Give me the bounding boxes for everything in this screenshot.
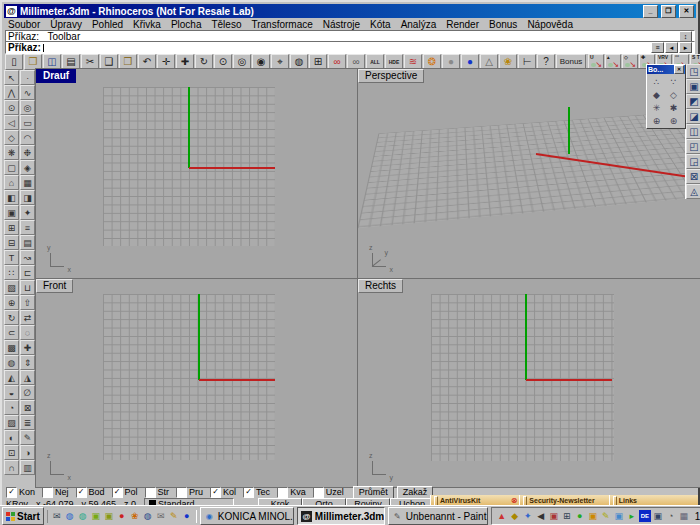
tool-button[interactable]: ◑ <box>20 445 35 460</box>
tray-icon[interactable]: ◀ <box>535 510 547 522</box>
quick-launch-icon[interactable]: ● <box>181 510 193 523</box>
osnap-toggle[interactable]: Bod <box>76 487 105 498</box>
close-button[interactable]: ✕ <box>679 5 694 18</box>
menu-item[interactable]: Křivka <box>129 19 165 30</box>
palette-tool-button[interactable]: ✱ <box>665 101 682 114</box>
palette-tool-button[interactable]: ◇ <box>665 88 682 101</box>
menu-item[interactable]: Nástroje <box>319 19 364 30</box>
solid-tool-button[interactable]: ◳ <box>686 64 700 79</box>
solid-tool-button[interactable]: ⊠ <box>686 169 700 184</box>
tool-button[interactable]: ▦ <box>20 175 35 190</box>
osnap-toggle[interactable]: Pru <box>176 487 203 498</box>
tool-button[interactable]: ◔ <box>4 400 19 415</box>
osnap-toggle[interactable]: Nej <box>42 487 69 498</box>
checkbox[interactable] <box>243 487 254 498</box>
tool-button[interactable]: ◮ <box>20 370 35 385</box>
command-prompt-row[interactable]: Příkaz: ≡◂▸ <box>5 41 695 54</box>
tray-icon[interactable]: ▣ <box>652 510 664 522</box>
tool-button[interactable]: ▥ <box>20 460 35 475</box>
tool-button[interactable]: ⊂ <box>4 325 19 340</box>
tool-button[interactable]: ⊕ <box>4 295 19 310</box>
checkbox[interactable] <box>76 487 87 498</box>
tool-button[interactable]: ≡ <box>20 220 35 235</box>
tool-button[interactable]: ◠ <box>20 130 35 145</box>
tool-button[interactable]: ↖ <box>4 70 19 85</box>
restore-button[interactable]: ❐ <box>661 5 676 18</box>
tool-button[interactable]: ▭ <box>20 115 35 130</box>
task-button[interactable]: ✎ Unbenannt - Paint <box>388 507 488 525</box>
viewport-rechts[interactable]: Rechts z y <box>357 278 700 488</box>
band-grip-handle[interactable] <box>523 496 527 506</box>
tool-button[interactable]: ⊏ <box>20 265 35 280</box>
solid-tool-button[interactable]: ◲ <box>686 154 700 169</box>
menu-item[interactable]: Pohled <box>88 19 127 30</box>
quick-launch-icon[interactable]: ✉ <box>51 510 63 523</box>
tool-button[interactable]: ◧ <box>4 190 19 205</box>
menu-item[interactable]: Plocha <box>167 19 206 30</box>
menu-item[interactable]: Nápověda <box>523 19 577 30</box>
tool-button[interactable]: ∩ <box>4 460 19 475</box>
checkbox[interactable] <box>176 487 187 498</box>
tool-button[interactable]: ⋀ <box>4 85 19 100</box>
minimize-button[interactable]: _ <box>643 5 658 18</box>
start-button[interactable]: Start <box>2 507 44 525</box>
tool-button[interactable]: ▣ <box>4 205 19 220</box>
band-grip-handle[interactable] <box>613 496 617 506</box>
palette-tool-button[interactable]: ∵ <box>665 75 682 88</box>
checkbox[interactable] <box>210 487 221 498</box>
tool-button[interactable]: ▤ <box>20 235 35 250</box>
osnap-toggle[interactable]: Uzel <box>313 487 344 498</box>
tool-button[interactable]: ▩ <box>4 340 19 355</box>
osnap-toggle[interactable]: Kva <box>277 487 306 498</box>
tool-button[interactable]: ✎ <box>20 430 35 445</box>
osnap-toggle[interactable]: Pol <box>112 487 138 498</box>
osnap-toggle[interactable]: Str <box>145 487 170 498</box>
tool-button[interactable]: ◎ <box>20 100 35 115</box>
tool-button[interactable]: ⊞ <box>4 220 19 235</box>
tray-icon[interactable]: ✎ <box>600 510 612 522</box>
tool-button[interactable]: ⊠ <box>20 400 35 415</box>
quick-launch-icon[interactable]: ✉ <box>155 510 167 523</box>
tool-button[interactable]: ⇄ <box>20 310 35 325</box>
palette-tool-button[interactable]: ⊕ <box>648 114 665 127</box>
tray-icon[interactable]: ◔ <box>665 510 677 522</box>
solid-tool-button[interactable]: ◬ <box>686 184 700 199</box>
tool-button[interactable]: ⊔ <box>20 280 35 295</box>
checkbox[interactable] <box>112 487 123 498</box>
tool-button[interactable]: ◒ <box>4 385 19 400</box>
palette-title-bar[interactable]: Bo... ✕ <box>647 65 685 74</box>
quick-launch-icon[interactable]: ❀ <box>129 510 141 523</box>
solid-tool-button[interactable]: ◰ <box>686 139 700 154</box>
solid-tool-button[interactable]: ▣ <box>686 79 700 94</box>
tool-button[interactable]: ✦ <box>20 205 35 220</box>
tool-button[interactable]: ◇ <box>4 130 19 145</box>
menu-item[interactable]: Analýza <box>397 19 441 30</box>
viewport-label-perspective[interactable]: Perspective <box>358 69 424 83</box>
tool-button[interactable]: ∙ <box>20 70 35 85</box>
osnap-toggle[interactable]: Kon <box>6 487 35 498</box>
viewport-front[interactable]: Front z x <box>35 278 359 488</box>
osnap-toggle[interactable]: Tec <box>243 487 270 498</box>
viewport-label-front[interactable]: Front <box>36 279 73 293</box>
tool-button[interactable]: ⊡ <box>4 445 19 460</box>
quick-launch-icon[interactable]: ▣ <box>90 510 102 523</box>
command-line-button[interactable]: ≡ <box>651 42 664 53</box>
checkbox[interactable] <box>277 487 288 498</box>
tool-button[interactable]: T <box>4 250 19 265</box>
floating-toolbar-palette[interactable]: Bo... ✕ ∴∵◆◇✳✱⊕⊛ <box>646 64 686 129</box>
menu-item[interactable]: Bonus <box>485 19 521 30</box>
tool-button[interactable]: ◈ <box>20 160 35 175</box>
tray-icon[interactable]: DE <box>639 510 651 522</box>
checkbox[interactable] <box>6 487 17 498</box>
tool-button[interactable]: ⊙ <box>4 100 19 115</box>
tool-button[interactable]: ▢ <box>4 160 19 175</box>
quick-launch-icon[interactable]: ◍ <box>64 510 76 523</box>
checkbox[interactable] <box>42 487 53 498</box>
tool-button[interactable]: ↻ <box>4 310 19 325</box>
quick-launch-icon[interactable]: ● <box>116 510 128 523</box>
tool-button[interactable]: ≣ <box>20 415 35 430</box>
viewport-drauf[interactable]: Drauf y x <box>35 68 359 280</box>
tool-button[interactable]: ▨ <box>4 415 19 430</box>
tray-icon[interactable]: ◆ <box>509 510 521 522</box>
tool-button[interactable]: ◌ <box>20 325 35 340</box>
